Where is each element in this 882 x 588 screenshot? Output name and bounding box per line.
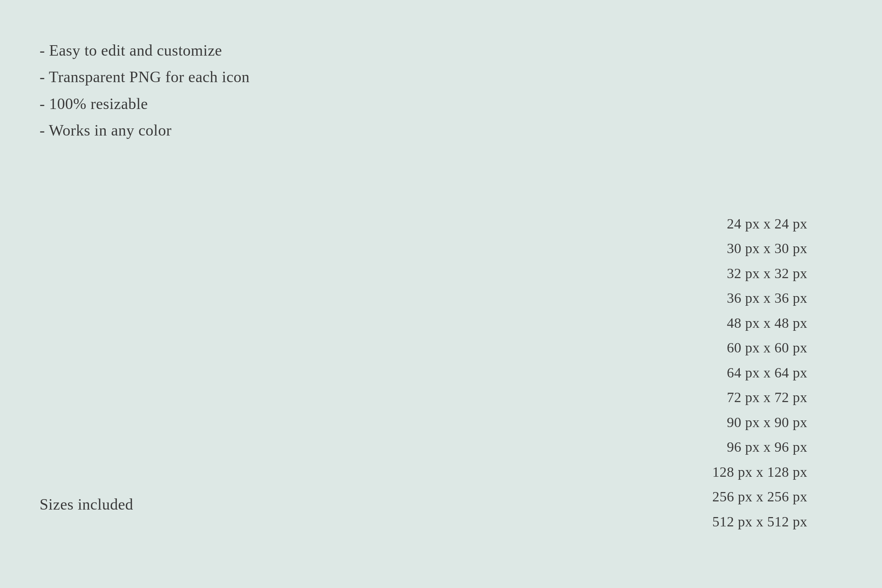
size-item-12: 256 px x 256 px [712, 484, 808, 509]
size-item-3: 32 px x 32 px [712, 261, 808, 286]
size-item-2: 30 px x 30 px [712, 236, 808, 261]
size-item-10: 96 px x 96 px [712, 435, 808, 460]
size-item-6: 60 px x 60 px [712, 335, 808, 360]
size-item-7: 64 px x 64 px [712, 360, 808, 385]
size-item-9: 90 px x 90 px [712, 410, 808, 435]
size-item-5: 48 px x 48 px [712, 310, 808, 336]
size-item-1: 24 px x 24 px [712, 211, 808, 236]
size-item-11: 128 px x 128 px [712, 460, 808, 484]
size-item-8: 72 px x 72 px [712, 385, 808, 410]
feature-item-2: - Transparent PNG for each icon [40, 64, 250, 90]
feature-item-3: - 100% resizable [40, 91, 250, 117]
sizes-section: Sizes included [40, 495, 133, 513]
size-item-13: 512 px x 512 px [712, 509, 808, 534]
feature-item-4: - Works in any color [40, 117, 250, 144]
features-section: - Easy to edit and customize - Transpare… [40, 38, 250, 144]
sizes-list: 24 px x 24 px 30 px x 30 px 32 px x 32 p… [712, 211, 808, 534]
size-item-4: 36 px x 36 px [712, 286, 808, 310]
sizes-label: Sizes included [40, 495, 133, 513]
feature-item-1: - Easy to edit and customize [40, 38, 250, 64]
